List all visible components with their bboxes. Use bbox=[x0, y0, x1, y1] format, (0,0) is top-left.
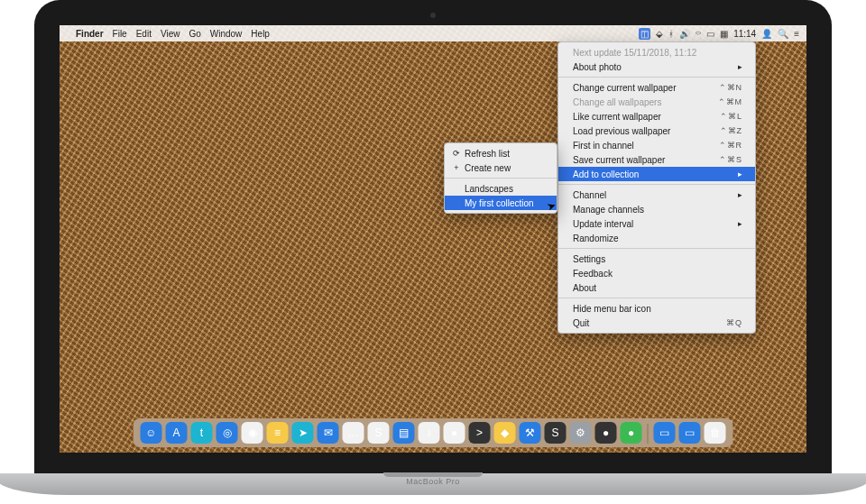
menubar-file[interactable]: File bbox=[113, 29, 127, 39]
twitter-icon[interactable]: t bbox=[191, 422, 213, 444]
menu-update-interval[interactable]: Update interval▸ bbox=[558, 216, 755, 231]
volume-icon[interactable]: 🔊 bbox=[679, 29, 690, 39]
shortcut-label: ⌃⌘L bbox=[720, 112, 742, 121]
menubar-edit[interactable]: Edit bbox=[136, 29, 152, 39]
menubar-app-icon[interactable]: ◫ bbox=[639, 28, 650, 40]
device-label: MacBook Pro bbox=[406, 477, 460, 486]
menu-like[interactable]: Like current wallpaper⌃⌘L bbox=[558, 109, 755, 124]
notification-center-icon[interactable]: ≡ bbox=[794, 29, 799, 39]
user-icon[interactable]: 👤 bbox=[761, 29, 772, 39]
menu-save[interactable]: Save current wallpaper⌃⌘S bbox=[558, 152, 755, 167]
plus-icon: + bbox=[452, 163, 461, 172]
collection-submenu: ⟳Refresh list +Create new Landscapes My … bbox=[444, 142, 557, 214]
submenu-landscapes[interactable]: Landscapes bbox=[445, 181, 557, 196]
menu-about[interactable]: About bbox=[558, 280, 755, 295]
notes-icon[interactable]: ≡ bbox=[267, 422, 289, 444]
menu-first-in-channel[interactable]: First in channel⌃⌘R bbox=[558, 138, 755, 152]
submenu-refresh[interactable]: ⟳Refresh list bbox=[445, 146, 557, 160]
spotlight-icon[interactable]: 🔍 bbox=[778, 29, 788, 39]
shortcut-label: ⌃⌘R bbox=[719, 141, 743, 150]
downloads-folder-icon[interactable]: ▭ bbox=[654, 422, 676, 444]
app-misc-2-icon[interactable]: ● bbox=[621, 422, 642, 444]
laptop-mockup: Finder File Edit View Go Window Help ◫ ⬙… bbox=[34, 0, 832, 504]
app-store-icon[interactable]: A bbox=[166, 422, 188, 444]
dropbox-icon[interactable]: ⬙ bbox=[656, 29, 663, 39]
menu-feedback[interactable]: Feedback bbox=[558, 266, 755, 280]
app-generic-icon[interactable]: ● bbox=[444, 422, 465, 444]
menu-separator bbox=[558, 184, 755, 185]
folder-icon[interactable]: ▭ bbox=[679, 422, 701, 444]
menu-bar: Finder File Edit View Go Window Help ◫ ⬙… bbox=[60, 25, 806, 41]
laptop-base: MacBook Pro bbox=[0, 473, 866, 495]
menubar-go[interactable]: Go bbox=[189, 29, 200, 39]
menu-separator bbox=[558, 248, 755, 249]
screen-bezel: Finder File Edit View Go Window Help ◫ ⬙… bbox=[34, 0, 832, 478]
shortcut-label: ⌃⌘N bbox=[719, 83, 743, 92]
menu-hide-icon[interactable]: Hide menu bar icon bbox=[558, 301, 755, 316]
shortcut-label: ⌃⌘S bbox=[719, 155, 742, 164]
menu-separator bbox=[445, 178, 557, 179]
preferences-icon[interactable]: ⚙ bbox=[570, 422, 592, 444]
mail-icon[interactable]: ✉ bbox=[318, 422, 339, 444]
menu-next-update: Next update 15/11/2018, 11:12 bbox=[558, 45, 755, 60]
telegram-icon[interactable]: ➤ bbox=[292, 422, 314, 444]
dock-divider bbox=[648, 424, 649, 444]
slack-icon[interactable]: S bbox=[368, 422, 390, 444]
menu-separator bbox=[558, 298, 755, 298]
menu-channel[interactable]: Channel▸ bbox=[558, 188, 755, 202]
app-dropdown-menu: Next update 15/11/2018, 11:12 About phot… bbox=[557, 41, 756, 334]
dock: ☺At◎◉≡➤✉…S▤♪●>◆⚒S⚙●●▭▭🗑 bbox=[134, 418, 733, 447]
camera-dot bbox=[430, 13, 436, 18]
shortcut-label: ⌃⌘Z bbox=[720, 126, 743, 135]
shortcut-label: ⌃⌘M bbox=[718, 97, 743, 106]
bluetooth-icon[interactable]: ᚼ bbox=[668, 29, 674, 39]
submenu-arrow-icon: ▸ bbox=[738, 190, 742, 199]
submenu-arrow-icon: ▸ bbox=[738, 219, 742, 228]
trash-icon[interactable]: 🗑 bbox=[705, 422, 726, 444]
submenu-arrow-icon: ▸ bbox=[738, 62, 742, 71]
menubar-clock[interactable]: 11:14 bbox=[733, 29, 756, 39]
menubar-window[interactable]: Window bbox=[210, 29, 243, 39]
menu-change-all: Change all wallpapers⌃⌘M bbox=[558, 95, 755, 109]
menubar-help[interactable]: Help bbox=[251, 29, 270, 39]
wifi-icon[interactable]: ⌔ bbox=[696, 29, 701, 39]
refresh-icon: ⟳ bbox=[452, 149, 461, 158]
submenu-create-new[interactable]: +Create new bbox=[445, 160, 557, 175]
shortcut-label: ⌘Q bbox=[726, 318, 742, 327]
menu-separator bbox=[558, 77, 755, 78]
sketch-icon[interactable]: ◆ bbox=[494, 422, 516, 444]
desktop-screen: Finder File Edit View Go Window Help ◫ ⬙… bbox=[60, 25, 806, 453]
app-misc-1-icon[interactable]: ● bbox=[595, 422, 617, 444]
music-icon[interactable]: ♪ bbox=[419, 422, 440, 444]
trello-icon[interactable]: ▤ bbox=[393, 422, 415, 444]
input-flag-icon[interactable]: ▦ bbox=[720, 29, 728, 39]
menu-load-prev[interactable]: Load previous wallpaper⌃⌘Z bbox=[558, 124, 755, 138]
menu-change-current[interactable]: Change current wallpaper⌃⌘N bbox=[558, 80, 755, 95]
menu-randomize[interactable]: Randomize bbox=[558, 231, 755, 245]
submenu-arrow-icon: ▸ bbox=[738, 170, 742, 179]
terminal-icon[interactable]: > bbox=[469, 422, 491, 444]
submenu-my-first-collection[interactable]: My first collection bbox=[445, 196, 557, 210]
menubar-view[interactable]: View bbox=[161, 29, 180, 39]
xcode-icon[interactable]: ⚒ bbox=[520, 422, 541, 444]
menu-quit[interactable]: Quit⌘Q bbox=[558, 316, 755, 330]
menu-about-photo[interactable]: About photo▸ bbox=[558, 60, 755, 74]
menubar-app-name[interactable]: Finder bbox=[76, 29, 104, 39]
menu-manage-channels[interactable]: Manage channels bbox=[558, 202, 755, 216]
finder-icon[interactable]: ☺ bbox=[141, 422, 162, 444]
messages-icon[interactable]: … bbox=[343, 422, 364, 444]
menu-settings[interactable]: Settings bbox=[558, 252, 755, 266]
battery-icon[interactable]: ▭ bbox=[706, 29, 714, 39]
chrome-icon[interactable]: ◉ bbox=[242, 422, 263, 444]
safari-icon[interactable]: ◎ bbox=[216, 422, 238, 444]
menu-add-to-collection[interactable]: Add to collection▸ bbox=[558, 167, 755, 181]
sublime-icon[interactable]: S bbox=[545, 422, 567, 444]
